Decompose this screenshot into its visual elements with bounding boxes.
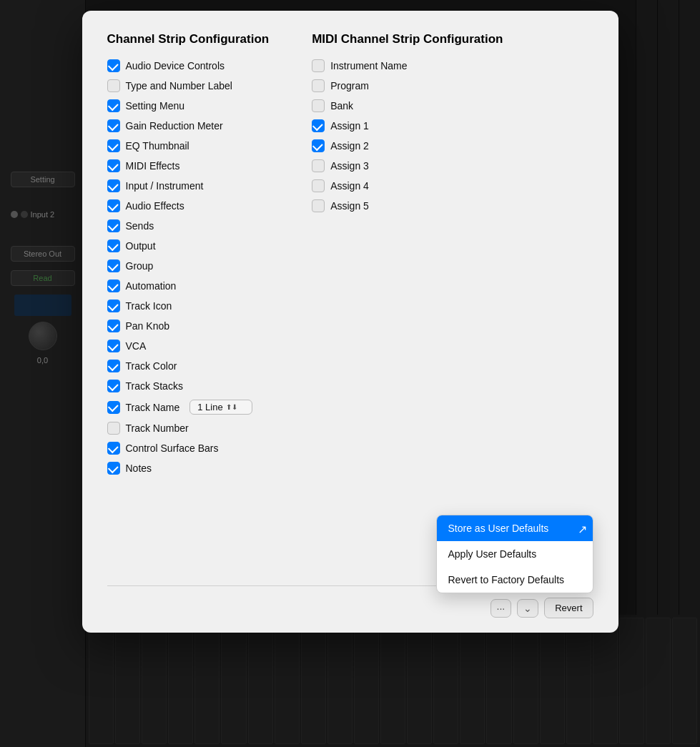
label-audio-effects: Audio Effects <box>126 200 184 212</box>
left-column: Channel Strip Configuration Audio Device… <box>107 32 270 571</box>
label-assign-4: Assign 4 <box>330 180 369 192</box>
checkbox-group[interactable] <box>107 259 120 272</box>
checkbox-item-type-and-number-label: Type and Number Label <box>107 79 270 92</box>
checkbox-gain-reduction-meter[interactable] <box>107 119 120 132</box>
select-value: 1 Line <box>197 402 222 412</box>
dropdown-item-apply-user-defaults[interactable]: Apply User Defaults <box>437 541 593 567</box>
checkbox-item-assign-4: Assign 4 <box>312 179 503 192</box>
dropdown-arrow-button[interactable]: ⌄ <box>517 599 538 618</box>
checkbox-item-group: Group <box>107 259 270 272</box>
checkbox-item-pan-knob: Pan Knob <box>107 320 270 332</box>
checkbox-instrument-name[interactable] <box>312 59 325 72</box>
checkbox-item-control-surface-bars: Control Surface Bars <box>107 442 270 455</box>
checkbox-item-instrument-name: Instrument Name <box>312 59 503 72</box>
checkbox-item-setting-menu: Setting Menu <box>107 99 270 112</box>
checkbox-track-number[interactable] <box>107 422 120 435</box>
checkbox-item-sends: Sends <box>107 219 270 232</box>
checkbox-item-track-number: Track Number <box>107 422 270 435</box>
checkbox-bank[interactable] <box>312 99 325 112</box>
checkbox-item-notes: Notes <box>107 462 270 475</box>
label-midi-effects: MIDI Effects <box>126 160 180 172</box>
checkbox-assign-2[interactable] <box>312 139 325 152</box>
checkbox-item-audio-effects: Audio Effects <box>107 199 270 212</box>
label-control-surface-bars: Control Surface Bars <box>126 442 219 454</box>
checkbox-track-icon[interactable] <box>107 300 120 312</box>
checkbox-item-assign-2: Assign 2 <box>312 139 503 152</box>
checkbox-item-assign-5: Assign 5 <box>312 199 503 212</box>
label-automation: Automation <box>126 280 177 292</box>
dropdown-item-store-user-defaults[interactable]: Store as User Defaults↗ <box>437 515 593 541</box>
cursor-icon: ↗ <box>578 523 587 536</box>
checkbox-program[interactable] <box>312 79 325 92</box>
checkbox-assign-4[interactable] <box>312 179 325 192</box>
checkbox-track-stacks[interactable] <box>107 380 120 392</box>
checkbox-type-and-number-label[interactable] <box>107 79 120 92</box>
checkbox-input-instrument[interactable] <box>107 179 120 192</box>
checkbox-audio-effects[interactable] <box>107 199 120 212</box>
label-program: Program <box>330 80 369 91</box>
checkbox-output[interactable] <box>107 239 120 252</box>
label-assign-1: Assign 1 <box>330 120 369 132</box>
label-instrument-name: Instrument Name <box>330 60 407 71</box>
checkbox-item-track-icon: Track Icon <box>107 300 270 312</box>
checkbox-assign-3[interactable] <box>312 159 325 172</box>
label-assign-2: Assign 2 <box>330 140 369 152</box>
label-track-color: Track Color <box>126 360 177 372</box>
label-assign-5: Assign 5 <box>330 200 369 212</box>
dropdown-item-revert-factory-defaults[interactable]: Revert to Factory Defaults <box>437 567 593 593</box>
checkbox-automation[interactable] <box>107 279 120 292</box>
checkbox-notes[interactable] <box>107 462 120 475</box>
checkbox-item-input-instrument: Input / Instrument <box>107 179 270 192</box>
label-audio-device-controls: Audio Device Controls <box>126 60 225 71</box>
label-vca: VCA <box>126 340 147 352</box>
label-sends: Sends <box>126 220 154 232</box>
label-eq-thumbnail: EQ Thumbnail <box>126 140 189 152</box>
label-gain-reduction-meter: Gain Reduction Meter <box>126 120 223 132</box>
label-bank: Bank <box>330 100 353 112</box>
checkbox-pan-knob[interactable] <box>107 320 120 332</box>
label-notes: Notes <box>126 462 152 474</box>
checkbox-setting-menu[interactable] <box>107 99 120 112</box>
left-column-title: Channel Strip Configuration <box>107 32 270 46</box>
checkbox-item-track-color: Track Color <box>107 360 270 372</box>
modal-footer: Store as User Defaults↗Apply User Defaul… <box>107 585 593 618</box>
checkbox-item-bank: Bank <box>312 99 503 112</box>
right-checkbox-list: Instrument NameProgramBankAssign 1Assign… <box>312 59 503 212</box>
revert-button[interactable]: Revert <box>544 598 593 618</box>
checkbox-item-audio-device-controls: Audio Device Controls <box>107 59 270 72</box>
label-type-and-number-label: Type and Number Label <box>126 80 232 91</box>
checkbox-vca[interactable] <box>107 340 120 352</box>
checkbox-track-color[interactable] <box>107 360 120 372</box>
checkbox-eq-thumbnail[interactable] <box>107 139 120 152</box>
checkbox-item-vca: VCA <box>107 340 270 352</box>
checkbox-track-name[interactable] <box>107 401 120 414</box>
right-column: MIDI Channel Strip Configuration Instrum… <box>312 32 503 571</box>
label-output: Output <box>126 240 156 252</box>
label-track-icon: Track Icon <box>126 300 172 312</box>
checkbox-item-midi-effects: MIDI Effects <box>107 159 270 172</box>
select-track-name[interactable]: 1 Line ⬆⬇ <box>189 400 252 415</box>
right-column-title: MIDI Channel Strip Configuration <box>312 32 503 46</box>
label-pan-knob: Pan Knob <box>126 320 170 332</box>
label-assign-3: Assign 3 <box>330 160 369 172</box>
checkbox-item-track-name: Track Name1 Line ⬆⬇ <box>107 400 270 415</box>
checkbox-item-program: Program <box>312 79 503 92</box>
checkbox-midi-effects[interactable] <box>107 159 120 172</box>
checkbox-item-track-stacks: Track Stacks <box>107 380 270 392</box>
more-options-button[interactable]: ··· <box>491 599 512 618</box>
checkbox-control-surface-bars[interactable] <box>107 442 120 455</box>
label-track-name: Track Name <box>126 402 180 413</box>
channel-strip-config-modal: Channel Strip Configuration Audio Device… <box>82 11 618 633</box>
checkbox-item-automation: Automation <box>107 279 270 292</box>
checkbox-assign-5[interactable] <box>312 199 325 212</box>
checkbox-item-assign-1: Assign 1 <box>312 119 503 132</box>
label-setting-menu: Setting Menu <box>126 100 185 112</box>
checkbox-assign-1[interactable] <box>312 119 325 132</box>
modal-overlay: Channel Strip Configuration Audio Device… <box>0 0 700 747</box>
checkbox-audio-device-controls[interactable] <box>107 59 120 72</box>
dropdown-menu: Store as User Defaults↗Apply User Defaul… <box>436 515 593 593</box>
checkbox-item-eq-thumbnail: EQ Thumbnail <box>107 139 270 152</box>
checkbox-item-gain-reduction-meter: Gain Reduction Meter <box>107 119 270 132</box>
checkbox-sends[interactable] <box>107 219 120 232</box>
label-track-stacks: Track Stacks <box>126 380 183 392</box>
